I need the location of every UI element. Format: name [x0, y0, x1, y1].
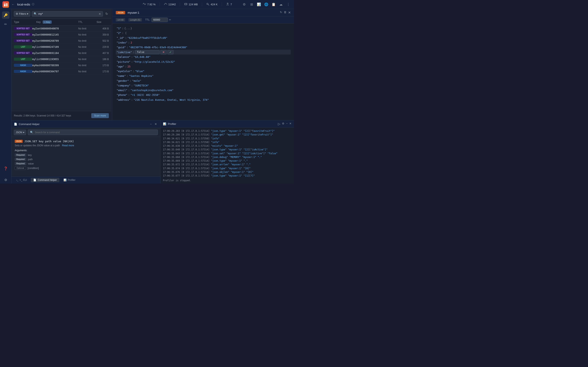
tab-cli[interactable]: ›_ >_ CLI — [14, 178, 29, 182]
back-button[interactable]: ← — [11, 3, 15, 6]
list-item[interactable]: HASH myHash000000789399 No limit 173 B — [11, 62, 111, 68]
delete-icon[interactable]: 🗑 — [288, 36, 291, 40]
profiler-close-button[interactable]: ✕ — [289, 122, 291, 126]
close-panel-button[interactable]: ✕ — [154, 122, 158, 126]
delete-icon[interactable]: 🗑 — [288, 55, 291, 59]
svg-rect-0 — [4, 4, 6, 6]
delete-icon[interactable]: 🗑 — [288, 83, 291, 87]
delete-icon[interactable]: 🗑 — [288, 93, 291, 97]
json-key: "age" — [117, 64, 124, 69]
tab-profiler[interactable]: 📊 Profiler — [61, 178, 78, 182]
list-item[interactable]: LIST mylist000000247109 No limit 229 B — [11, 44, 111, 50]
delete-icon[interactable]: 🗑 — [288, 60, 291, 64]
search-clear-icon[interactable]: ✕ — [99, 12, 101, 16]
delete-icon[interactable]: 🗑 — [288, 74, 291, 78]
copy-icon[interactable]: ⧉ — [285, 45, 287, 49]
copy-icon[interactable]: ⧉ — [285, 26, 287, 30]
profiler-minimize-button[interactable]: − — [286, 122, 288, 126]
delete-icon[interactable]: 🗑 — [288, 26, 291, 30]
copy-icon[interactable]: ⧉ — [285, 36, 287, 40]
globe-icon[interactable]: 🌐 — [263, 1, 269, 8]
clients-stat: 7 — [222, 3, 236, 6]
json-edit-cancel[interactable]: ✕ — [161, 50, 167, 54]
copy-icon[interactable]: ⧉ — [285, 69, 287, 73]
sidebar-item-keys[interactable]: 🔑 — [2, 11, 9, 19]
copy-icon[interactable]: ⧉ — [285, 55, 287, 59]
top-panels: ⚙ Filters ▾ 🔍 ✕ ↻ Type Key — [11, 9, 294, 120]
copy-icon[interactable]: ⧉ — [285, 88, 287, 92]
key-size: 186 B — [97, 58, 109, 61]
copy-icon[interactable]: ⧉ — [285, 31, 287, 35]
copy-icon[interactable]: ⧉ — [285, 83, 287, 87]
resize-handle[interactable] — [112, 9, 112, 120]
clipboard-icon[interactable]: 📋 — [270, 1, 277, 8]
top-icon-bar: ⚙ ⊞ 📊 🌐 📋 ☁ ⋮ — [241, 1, 291, 8]
cloud-icon[interactable]: ☁ — [278, 1, 284, 8]
copy-icon[interactable]: ⧉ — [285, 98, 287, 102]
cmd-badge: JSON — [15, 140, 23, 143]
read-more-link[interactable]: Read more — [62, 144, 74, 147]
delete-icon[interactable]: 🗑 — [288, 98, 291, 102]
list-item[interactable]: SORTED SET myZset000000260709 No limit 5… — [11, 38, 111, 44]
list-item[interactable]: SORTED SET myZset000000940070 No limit 4… — [11, 25, 111, 32]
json-value: 2 — [130, 41, 132, 45]
grid-icon[interactable]: ⊞ — [248, 1, 255, 8]
copy-icon[interactable]: ⧉ — [285, 41, 287, 45]
delete-icon[interactable]: 🗑 — [288, 45, 291, 49]
ttl-label: TTL: — [145, 18, 150, 21]
key-name: myZset000000940070 — [32, 27, 78, 30]
ttl-edit-icon[interactable]: ✏ — [169, 18, 171, 21]
delete-icon[interactable]: 🗑 — [288, 79, 291, 83]
list-item[interactable]: SORTED SET myZset000000812145 No limit 3… — [11, 32, 111, 38]
detail-close-button[interactable]: ✕ — [288, 11, 291, 15]
detail-delete-icon[interactable]: 🗑 — [284, 11, 286, 15]
scan-more-button[interactable]: Scan more — [91, 113, 109, 118]
sidebar-item-settings[interactable]: ⚙ — [2, 176, 9, 184]
refresh-button[interactable]: ↻ — [105, 11, 109, 17]
cmd-type-select[interactable]: JSON ▾ — [14, 130, 26, 135]
profiler-header: 📊 Profiler ▷ ⚙ − ✕ — [161, 120, 294, 128]
profiler-play-button[interactable]: ▷ — [278, 122, 280, 126]
tab-cmd-helper[interactable]: 📄 Command Helper — [31, 178, 59, 182]
chart-icon[interactable]: 📊 — [256, 1, 262, 8]
json-value: "216 Nautilus Avenue, Enetai, West Virgi… — [134, 98, 209, 102]
cmd-helper-panel: 📄 Command Helper − ✕ JSON ▾ 🔍 — [11, 120, 161, 184]
ttl-input[interactable] — [152, 17, 168, 22]
key-ttl: No limit — [78, 70, 97, 73]
minimize-button[interactable]: − — [149, 122, 153, 126]
copy-icon[interactable]: ⧉ — [285, 93, 287, 97]
add-key-button[interactable]: + Key — [43, 20, 52, 24]
copy-icon[interactable]: ⧉ — [285, 60, 287, 64]
json-line: "age" : 25 ⧉ 🗑 — [116, 64, 291, 69]
filter-button[interactable]: ⚙ Filters ▾ — [14, 11, 30, 17]
more-icon[interactable]: ⋮ — [285, 1, 291, 8]
list-item[interactable]: SORTED SET myZset000000691184 No limit 4… — [11, 50, 111, 56]
detail-refresh-icon[interactable]: ↻ — [280, 11, 282, 15]
delete-icon[interactable]: 🗑 — [288, 41, 291, 45]
cmd-search-input[interactable] — [35, 131, 156, 134]
json-key: "eyeColor" — [117, 69, 132, 73]
profiler-line: 17:06:35.674 [0 172.17.0.1:57314] "json.… — [163, 167, 291, 170]
delete-icon[interactable]: 🗑 — [288, 88, 291, 92]
type-badge: LIST — [14, 45, 32, 49]
search-input[interactable] — [38, 12, 97, 15]
copy-icon[interactable]: ⧉ — [285, 64, 287, 68]
json-edit-input[interactable] — [135, 50, 160, 54]
clients-value: 7 — [231, 3, 232, 6]
list-item[interactable]: LIST mylist000001193055 No limit 186 B — [11, 56, 111, 62]
json-content: "1" : {...} ⧉ 🗑 "2" : { ⧉ 🗑 "_id" : "622… — [113, 24, 294, 120]
list-item[interactable]: HASH myHash000000304797 No limit 173 B — [11, 68, 111, 75]
delete-icon[interactable]: 🗑 — [288, 31, 291, 35]
delete-icon[interactable]: 🗑 — [288, 64, 291, 68]
profiler-settings-icon[interactable]: ⚙ — [282, 122, 284, 126]
copy-icon[interactable]: ⧉ — [285, 79, 287, 83]
sidebar-item-help[interactable]: ❓ — [2, 165, 9, 172]
copy-icon[interactable]: ⧉ — [285, 74, 287, 78]
profiler-tab-icon: 📊 — [64, 179, 66, 182]
settings-icon[interactable]: ⚙ — [241, 1, 248, 8]
json-edit-confirm[interactable]: ✓ — [167, 50, 174, 54]
info-icon[interactable]: ⓘ — [32, 3, 34, 6]
type-badge: HASH — [14, 64, 32, 67]
sidebar-item-edit[interactable]: ✏ — [2, 20, 9, 28]
delete-icon[interactable]: 🗑 — [288, 69, 291, 73]
